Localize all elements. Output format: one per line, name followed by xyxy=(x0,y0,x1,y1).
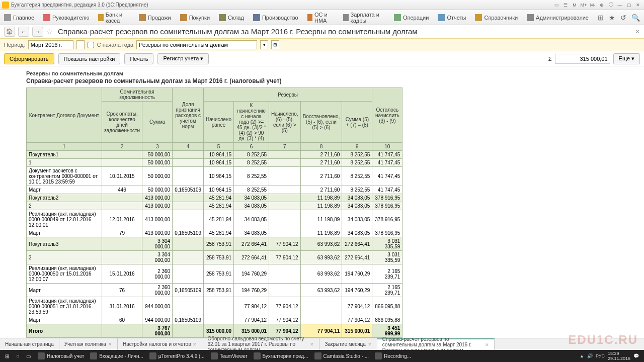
close-page-icon[interactable]: ✕ xyxy=(635,28,640,35)
menu-salary[interactable]: Зарплата и кадры xyxy=(343,12,385,24)
menu-production[interactable]: Производство xyxy=(253,14,298,21)
taskbar-item[interactable]: Camtasia Studio - ... xyxy=(311,351,372,361)
report-table: Контрагент Договор Документ Сомнительная… xyxy=(26,87,403,338)
favorite-icon[interactable]: ☆ xyxy=(46,28,53,36)
form-button[interactable]: Сформировать xyxy=(4,53,54,64)
menu-reports[interactable]: Отчеты xyxy=(438,14,466,21)
sys-icon[interactable]: M xyxy=(571,2,579,9)
menu-sales[interactable]: Продажи xyxy=(139,14,171,21)
table-row[interactable]: Реализация (акт, накладная) 0000-000049 … xyxy=(27,210,403,229)
forward-button[interactable]: → xyxy=(32,27,43,37)
menu-manager[interactable]: Руководителю xyxy=(43,14,89,21)
home-button[interactable]: 🏠 xyxy=(4,27,15,37)
close-icon[interactable]: ✕ xyxy=(634,2,642,9)
table-row[interactable]: Март79413 000,000,1650510945 281,9434 08… xyxy=(27,229,403,237)
tab[interactable]: Справка-расчет резервов по сомнительным … xyxy=(377,338,495,350)
menu-assets[interactable]: ОС и НМА xyxy=(307,12,335,24)
col-num: 4 xyxy=(173,143,204,151)
tab-close-icon[interactable]: ✕ xyxy=(310,342,314,347)
col-num: 6 xyxy=(234,143,269,151)
params-icon[interactable]: ⊞ xyxy=(271,40,279,49)
window-titlebar: Бухгалтерия предприятия, редакция 3.0 (1… xyxy=(0,0,644,10)
reserve-type-input[interactable] xyxy=(136,40,257,49)
search-icon[interactable]: 🔍 xyxy=(631,14,640,22)
col-num: 5 xyxy=(204,143,234,151)
menu-catalogs[interactable]: Справочники xyxy=(475,14,518,21)
table-row[interactable]: Покупатель33 304 000,00258 753,91272 664… xyxy=(27,237,403,251)
register-button[interactable]: Регистр учета ▾ xyxy=(157,53,209,64)
col-num: 10 xyxy=(372,143,403,151)
tab[interactable]: Оборотно-сальдовая ведомость по счету 62… xyxy=(202,338,319,350)
history-icon[interactable]: ↺ xyxy=(620,14,626,22)
table-row[interactable]: Реализация (акт, накладная) 0000-000051 … xyxy=(27,297,403,316)
table-row[interactable]: Март762 360 000,000,16505109258 753,9119… xyxy=(27,284,403,297)
sys-icon[interactable]: M- xyxy=(589,2,597,9)
sys-icon[interactable]: ▭ xyxy=(552,2,560,9)
tray-icon[interactable]: ▲ xyxy=(580,353,584,358)
period-bar: Период: ... С начала года ▾ ⊞ xyxy=(0,38,644,51)
table-row[interactable]: 150 000,0010 964,158 252,552 711,608 252… xyxy=(27,159,403,167)
menu-operations[interactable]: Операции xyxy=(394,14,429,21)
print-button[interactable]: Печать xyxy=(124,53,153,64)
maximize-icon[interactable]: ▢ xyxy=(625,2,633,9)
tab[interactable]: Настройки налогов и отчетов✕ xyxy=(118,338,203,350)
table-row[interactable]: Март60944 000,000,1650510977 904,1277 90… xyxy=(27,316,403,324)
search-icon[interactable]: ○ xyxy=(13,351,22,361)
table-row[interactable]: Реализация (акт, накладная) 0000-000050 … xyxy=(27,264,403,284)
taskbar-item[interactable]: µTorrentPro 3.4.9 (... xyxy=(146,351,208,361)
settings-button[interactable]: Показать настройки xyxy=(58,53,121,64)
taskbar-item[interactable]: Бухгалтерия пред... xyxy=(251,351,311,361)
tab-close-icon[interactable]: ✕ xyxy=(193,342,197,347)
menu-main[interactable]: Главное xyxy=(4,14,34,21)
menu-warehouse[interactable]: Склад xyxy=(219,14,244,21)
notification-icon[interactable]: 💬 xyxy=(633,353,639,358)
lang-indicator[interactable]: РУС xyxy=(596,353,605,358)
menu-admin[interactable]: Администрирование xyxy=(527,14,589,21)
col-header: Осталось начислить (3) - (9) xyxy=(372,88,403,143)
menu-purchases[interactable]: Покупки xyxy=(180,14,210,21)
sum-field[interactable] xyxy=(555,54,610,64)
col-header: Сумма (5) + (7) – (8) xyxy=(342,102,372,143)
col-num: 1 xyxy=(27,143,102,151)
tab[interactable]: Закрытие месяца✕ xyxy=(319,338,377,350)
tab-close-icon[interactable]: ✕ xyxy=(108,342,112,347)
clock[interactable]: 15:2929.11.2016 xyxy=(608,351,630,361)
tray-icon[interactable]: 🔊 xyxy=(587,353,593,358)
col-header: Доля признания расходов с учетом норм xyxy=(173,88,204,143)
from-start-checkbox[interactable] xyxy=(88,42,94,48)
taskbar-item[interactable]: Входящие - Личн... xyxy=(87,351,146,361)
tab[interactable]: Учетная политика✕ xyxy=(59,338,118,350)
table-row[interactable]: 33 304 000,00258 753,91272 664,4177 904,… xyxy=(27,251,403,264)
col-num: 7 xyxy=(269,143,301,151)
star-icon[interactable]: ★ xyxy=(609,14,615,22)
table-row[interactable]: Документ расчетов с контрагентом 0000-00… xyxy=(27,167,403,186)
tab-close-icon[interactable]: ✕ xyxy=(485,342,489,347)
sys-icon[interactable]: ☰ xyxy=(561,2,570,9)
menu-bank[interactable]: Банк и касса xyxy=(98,12,129,24)
tab[interactable]: Начальная страница xyxy=(0,338,59,350)
sys-icon[interactable]: ⊕ xyxy=(598,2,606,9)
more-button[interactable]: Еще ▾ xyxy=(613,53,640,64)
table-row[interactable]: Март44650 000,000,1650510910 964,158 252… xyxy=(27,186,403,194)
col-header: Начислено, (6) - (5), если (6) > (5) xyxy=(269,102,301,143)
sys-icon[interactable]: ⓘ xyxy=(607,2,615,9)
taskbar-item[interactable]: TeamViewer xyxy=(208,351,251,361)
taskview-icon[interactable]: ▭ xyxy=(23,351,34,361)
col-header: Контрагент Договор Документ xyxy=(27,88,102,143)
start-button[interactable]: ⊞ xyxy=(2,351,12,361)
table-row[interactable]: Покупатель2413 000,0045 281,9434 083,051… xyxy=(27,194,403,202)
apps-icon[interactable]: ⊞ xyxy=(598,14,604,22)
period-picker-icon[interactable]: ... xyxy=(76,40,85,49)
table-row[interactable]: 2413 000,0045 281,9434 083,0511 198,8934… xyxy=(27,202,403,210)
taskbar-item[interactable]: Recording... xyxy=(372,351,414,361)
report-title: Справка-расчет резервов по сомнительным … xyxy=(26,77,638,84)
dropdown-icon[interactable]: ▾ xyxy=(260,40,268,49)
taskbar-item[interactable]: Налоговый учет xyxy=(35,351,87,361)
table-row[interactable]: Покупатель150 000,0010 964,158 252,552 7… xyxy=(27,151,403,159)
system-tray: ▲ 🔊 РУС 15:2929.11.2016 💬 xyxy=(580,351,642,361)
period-input[interactable] xyxy=(28,40,73,49)
minimize-icon[interactable]: — xyxy=(616,2,624,9)
back-button[interactable]: ← xyxy=(18,27,29,37)
sys-icon[interactable]: M+ xyxy=(580,2,588,9)
tab-close-icon[interactable]: ✕ xyxy=(368,342,372,347)
